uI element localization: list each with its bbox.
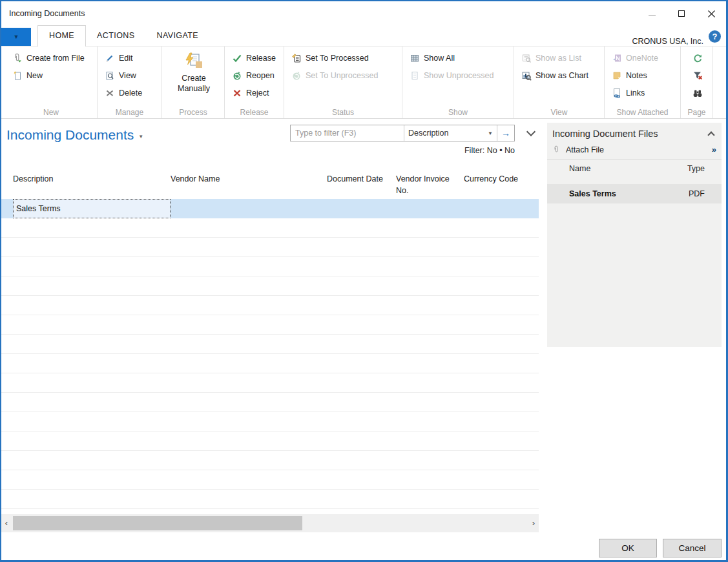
edit-button[interactable]: Edit xyxy=(101,49,159,67)
scrollbar-track[interactable] xyxy=(12,514,528,532)
file-name: Sales Terms xyxy=(569,189,616,198)
scrollbar-thumb[interactable] xyxy=(13,516,302,530)
table-row-empty[interactable] xyxy=(1,296,539,315)
release-button[interactable]: Release xyxy=(229,49,281,67)
tab-bar: ▼ HOME ACTIONS NAVIGATE CRONUS USA, Inc.… xyxy=(1,26,726,47)
create-from-file-button[interactable]: Create from File xyxy=(9,49,94,67)
new-button[interactable]: New xyxy=(9,67,94,84)
show-as-chart-button[interactable]: Show as Chart xyxy=(518,67,601,84)
table-row-empty[interactable] xyxy=(1,276,539,296)
cell-currency-code[interactable] xyxy=(464,199,539,218)
cell-description[interactable]: Sales Terms xyxy=(13,199,171,218)
ok-button[interactable]: OK xyxy=(599,539,657,557)
table-row-empty[interactable] xyxy=(1,451,539,470)
filter-go-button[interactable]: → xyxy=(497,125,514,141)
set-to-unprocessed-button[interactable]: Set To Unprocessed xyxy=(288,67,399,84)
links-button[interactable]: Links xyxy=(608,84,678,101)
show-unprocessed-button[interactable]: Show Unprocessed xyxy=(406,67,511,84)
table-row-empty[interactable] xyxy=(1,257,539,276)
group-label-status: Status xyxy=(284,108,402,117)
reopen-circle-icon xyxy=(232,70,242,81)
window-title: Incoming Documents xyxy=(1,9,85,18)
tab-actions[interactable]: ACTIONS xyxy=(86,26,145,46)
table-row-empty[interactable] xyxy=(1,315,539,335)
table-row-empty[interactable] xyxy=(1,238,539,257)
create-manually-icon xyxy=(183,51,204,72)
ribbon-group-status: Set To Processed Set To Unprocessed Stat… xyxy=(284,47,402,118)
filter-summary: Filter: No • No xyxy=(464,146,515,155)
show-as-list-button[interactable]: Show as List xyxy=(518,49,601,67)
show-all-button[interactable]: Show All xyxy=(406,49,511,67)
tab-home[interactable]: HOME xyxy=(37,25,86,47)
create-manually-button[interactable]: Create Manually xyxy=(168,49,220,94)
ribbon-group-new: Create from File New New xyxy=(5,47,98,118)
filter-field-select[interactable]: Description ▼ xyxy=(404,125,497,141)
onenote-button[interactable]: OneNote xyxy=(608,49,678,67)
reopen-button[interactable]: Reopen xyxy=(229,67,281,84)
set-to-processed-button[interactable]: Set To Processed xyxy=(288,49,399,67)
close-button[interactable] xyxy=(696,1,726,26)
delete-button[interactable]: Delete xyxy=(101,84,159,101)
clear-filter-button[interactable] xyxy=(689,67,706,84)
cell-vendor-invoice-no[interactable] xyxy=(396,199,464,218)
column-header-vendor-invoice-no[interactable]: Vendor Invoice No. xyxy=(396,173,464,199)
app-menu-button[interactable]: ▼ xyxy=(1,28,31,46)
more-actions-icon[interactable]: » xyxy=(712,145,716,154)
column-header-currency-code[interactable]: Currency Code xyxy=(464,173,539,199)
cancel-button[interactable]: Cancel xyxy=(663,539,722,557)
factbox-title: Incoming Document Files xyxy=(552,129,658,139)
empty-rows xyxy=(1,218,539,509)
company-label: CRONUS USA, Inc. xyxy=(632,37,703,46)
scroll-left-icon[interactable]: ‹ xyxy=(1,514,12,532)
column-header-description[interactable]: Description xyxy=(1,173,171,199)
paperclip-icon xyxy=(552,145,561,154)
view-button[interactable]: View xyxy=(101,67,159,84)
column-header-vendor-name[interactable]: Vendor Name xyxy=(171,173,327,199)
cell-document-date[interactable] xyxy=(327,199,396,218)
table-row-empty[interactable] xyxy=(1,470,539,490)
maximize-button[interactable] xyxy=(667,1,696,26)
ribbon-group-show-attached: OneNote Notes Links Show Attached xyxy=(605,47,681,118)
ribbon-group-process: Create Manually Process xyxy=(162,47,225,118)
table-row-empty[interactable] xyxy=(1,432,539,451)
titlebar: Incoming Documents xyxy=(1,1,726,26)
table-row-empty[interactable] xyxy=(1,218,539,238)
ribbon-group-view: Show as List Show as Chart View xyxy=(514,47,605,118)
reject-button[interactable]: Reject xyxy=(229,84,281,101)
page-header: Incoming Documents ▼ Description ▼ → Fil… xyxy=(1,123,539,165)
page-title-dropdown[interactable]: Incoming Documents ▼ xyxy=(6,127,143,143)
table-row-selected[interactable]: Sales Terms xyxy=(1,199,539,218)
group-label-new: New xyxy=(5,108,97,117)
factbox-incoming-document-files: Incoming Document Files Attach File » Na… xyxy=(547,123,722,347)
table-row-empty[interactable] xyxy=(1,354,539,373)
links-icon xyxy=(612,88,622,98)
group-label-show: Show xyxy=(402,108,514,117)
find-button[interactable] xyxy=(689,84,706,101)
cell-vendor-name[interactable] xyxy=(171,199,327,218)
filter-pane-expand-button[interactable] xyxy=(525,128,537,138)
ribbon-group-manage: Edit View Delete Manage xyxy=(98,47,162,118)
scroll-right-icon[interactable]: › xyxy=(528,514,539,532)
help-button[interactable]: ? xyxy=(709,30,721,43)
refresh-icon xyxy=(692,53,703,63)
chevron-up-icon[interactable] xyxy=(707,131,714,138)
tab-navigate[interactable]: NAVIGATE xyxy=(145,26,209,46)
list-magnifier-icon xyxy=(521,53,532,63)
factbox-file-row[interactable]: Sales Terms PDF xyxy=(547,184,722,203)
table-row-empty[interactable] xyxy=(1,373,539,393)
table-row-empty[interactable] xyxy=(1,490,539,509)
table-row-empty[interactable] xyxy=(1,412,539,432)
horizontal-scrollbar[interactable]: ‹ › xyxy=(1,514,539,532)
refresh-button[interactable] xyxy=(689,49,706,67)
table-row-empty[interactable] xyxy=(1,393,539,412)
table-row-empty[interactable] xyxy=(1,335,539,354)
filter-input[interactable] xyxy=(291,125,404,141)
processed-clipboard-icon xyxy=(291,53,302,63)
column-header-document-date[interactable]: Document Date xyxy=(327,173,396,199)
question-icon: ? xyxy=(712,32,718,41)
minimize-button[interactable] xyxy=(637,1,667,26)
view-document-icon xyxy=(105,70,115,81)
notes-button[interactable]: Notes xyxy=(608,67,678,84)
attach-file-button[interactable]: Attach File » xyxy=(547,141,722,160)
ribbon-group-page: Page xyxy=(681,47,713,118)
